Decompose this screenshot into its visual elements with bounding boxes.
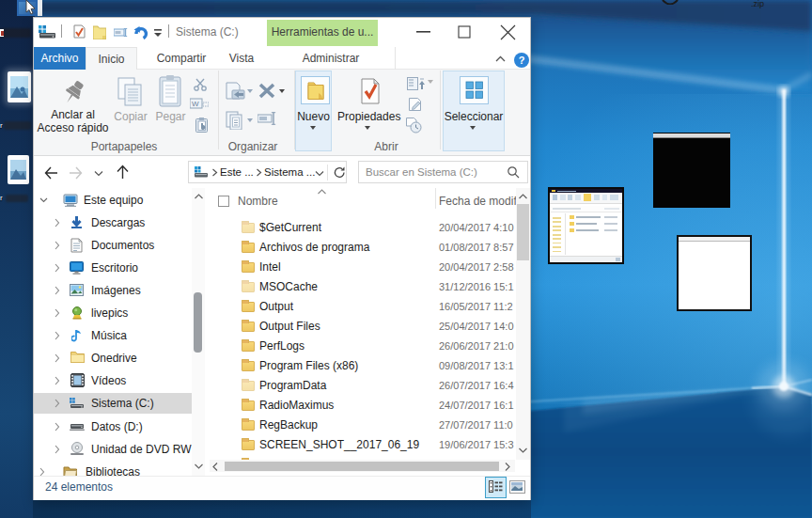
svg-text:W: W bbox=[192, 100, 199, 108]
